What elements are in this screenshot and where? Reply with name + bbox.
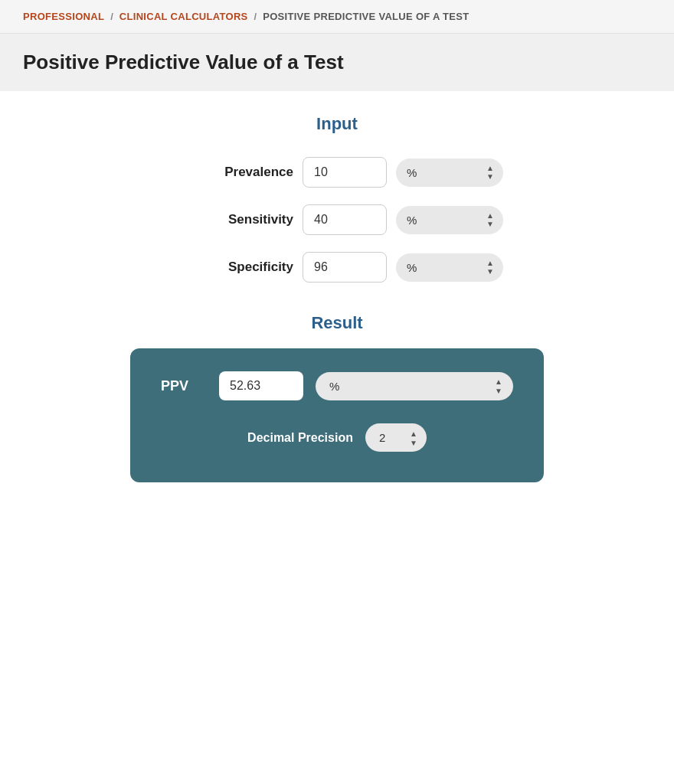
sensitivity-label: Sensitivity [171,212,293,227]
input-section: Input Prevalence % ▲ ▼ Sensitivity % [31,114,643,283]
result-section-title: Result [31,313,643,333]
decimal-precision-label: Decimal Precision [247,431,353,445]
prevalence-row: Prevalence % ▲ ▼ [31,157,643,188]
result-box: PPV % ▲ ▼ Decimal Precision 0 [130,348,544,482]
breadcrumb-bar: PROFESSIONAL / CLINICAL CALCULATORS / PO… [0,0,674,34]
breadcrumb-separator-2: / [254,11,257,22]
page-title: Positive Predictive Value of a Test [23,51,651,74]
ppv-row: PPV % ▲ ▼ [161,371,513,400]
breadcrumb: PROFESSIONAL / CLINICAL CALCULATORS / PO… [23,11,651,22]
sensitivity-row: Sensitivity % ▲ ▼ [31,204,643,235]
specificity-row: Specificity % ▲ ▼ [31,252,643,283]
specificity-label: Specificity [171,260,293,275]
ppv-label: PPV [161,378,207,394]
ppv-value-field [219,371,303,400]
sensitivity-input[interactable] [303,204,387,235]
main-content: Input Prevalence % ▲ ▼ Sensitivity % [0,91,674,505]
ppv-unit-select[interactable]: % [316,372,513,400]
decimal-precision-select[interactable]: 0 1 2 3 4 [365,423,427,452]
page-header: Positive Predictive Value of a Test [0,34,674,91]
breadcrumb-current: POSITIVE PREDICTIVE VALUE OF A TEST [263,11,469,22]
prevalence-unit-select[interactable]: % [396,158,503,187]
sensitivity-unit-select[interactable]: % [396,206,503,234]
breadcrumb-professional[interactable]: PROFESSIONAL [23,11,104,22]
result-section: Result PPV % ▲ ▼ Decimal Precision [31,313,643,482]
breadcrumb-clinical-calculators[interactable]: CLINICAL CALCULATORS [119,11,248,22]
specificity-unit-select[interactable]: % [396,253,503,282]
ppv-unit-wrapper[interactable]: % ▲ ▼ [316,372,513,400]
input-section-title: Input [31,114,643,134]
prevalence-label: Prevalence [171,165,293,180]
decimal-stepper-wrapper[interactable]: 0 1 2 3 4 ▲ ▼ [365,423,427,452]
specificity-unit-wrapper[interactable]: % ▲ ▼ [396,253,503,282]
breadcrumb-separator-1: / [110,11,113,22]
sensitivity-unit-wrapper[interactable]: % ▲ ▼ [396,206,503,234]
specificity-input[interactable] [303,252,387,283]
prevalence-unit-wrapper[interactable]: % ▲ ▼ [396,158,503,187]
prevalence-input[interactable] [303,157,387,188]
decimal-row: Decimal Precision 0 1 2 3 4 ▲ ▼ [161,423,513,452]
